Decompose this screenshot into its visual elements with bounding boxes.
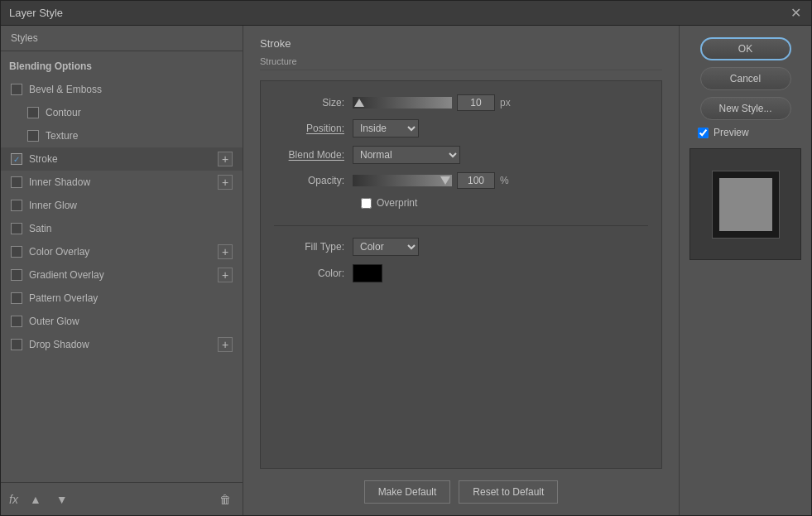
- satin-label: Satin: [29, 223, 233, 234]
- sidebar-item-inner-glow[interactable]: Inner Glow: [1, 194, 243, 217]
- sidebar-item-pattern-overlay[interactable]: Pattern Overlay: [1, 287, 243, 310]
- size-input[interactable]: [457, 94, 495, 111]
- blend-mode-label: Blend Mode:: [274, 149, 353, 161]
- title-bar: Layer Style ✕: [1, 1, 811, 26]
- opacity-slider-container: %: [353, 172, 509, 189]
- opacity-input[interactable]: [457, 172, 495, 189]
- position-label: Position:: [274, 123, 353, 134]
- blend-mode-row: Blend Mode: Normal Multiply Screen Overl…: [274, 146, 648, 164]
- preview-box: [713, 171, 779, 238]
- opacity-slider-thumb[interactable]: [440, 176, 450, 185]
- fill-type-row: Fill Type: Color Gradient Pattern: [274, 238, 648, 256]
- blend-mode-select[interactable]: Normal Multiply Screen Overlay: [353, 146, 460, 164]
- opacity-slider-track[interactable]: [353, 175, 452, 186]
- position-select[interactable]: Inside Outside Center: [353, 119, 419, 137]
- size-slider-track[interactable]: [353, 97, 452, 109]
- dialog-title: Layer Style: [9, 7, 63, 19]
- delete-button[interactable]: 🗑: [216, 491, 234, 508]
- bottom-buttons: Make Default Reset to Default: [260, 480, 662, 504]
- preview-label: Preview: [714, 127, 749, 138]
- size-slider-container: px: [353, 94, 511, 111]
- satin-checkbox[interactable]: [11, 223, 22, 234]
- overprint-row: Overprint: [361, 197, 648, 209]
- inner-shadow-add-button[interactable]: +: [218, 175, 233, 190]
- sidebar-item-drop-shadow[interactable]: Drop Shadow +: [1, 333, 243, 356]
- sidebar-item-color-overlay[interactable]: Color Overlay +: [1, 240, 243, 263]
- size-row: Size: px: [274, 94, 648, 111]
- color-overlay-label: Color Overlay: [29, 246, 218, 258]
- sidebar-list: Blending Options Bevel & Emboss Contour …: [1, 51, 243, 482]
- overprint-label: Overprint: [377, 197, 417, 209]
- opacity-label: Opacity:: [274, 175, 353, 186]
- opacity-unit: %: [500, 175, 509, 186]
- move-up-button[interactable]: ▲: [26, 491, 45, 508]
- sidebar-item-stroke[interactable]: Stroke +: [1, 147, 243, 171]
- inner-shadow-label: Inner Shadow: [29, 176, 218, 188]
- inner-shadow-checkbox[interactable]: [11, 176, 22, 188]
- position-row: Position: Inside Outside Center: [274, 119, 648, 137]
- color-row: Color:: [274, 264, 648, 282]
- content-area: Size: px Position: Inside Outside: [260, 80, 662, 469]
- gradient-overlay-checkbox[interactable]: [11, 269, 22, 281]
- cancel-button[interactable]: Cancel: [700, 67, 791, 90]
- stroke-label: Stroke: [29, 153, 218, 165]
- make-default-button[interactable]: Make Default: [364, 480, 451, 504]
- sidebar-item-texture[interactable]: Texture: [1, 124, 243, 147]
- pattern-overlay-checkbox[interactable]: [11, 292, 22, 304]
- sidebar-item-blending-options[interactable]: Blending Options: [1, 55, 243, 78]
- drop-shadow-add-button[interactable]: +: [218, 337, 233, 352]
- opacity-row: Opacity: %: [274, 172, 648, 189]
- texture-label: Texture: [46, 130, 233, 142]
- structure-label: Structure: [260, 56, 662, 70]
- new-style-button[interactable]: New Style...: [700, 97, 791, 120]
- stroke-add-button[interactable]: +: [218, 152, 233, 166]
- size-unit: px: [500, 97, 511, 109]
- gradient-overlay-label: Gradient Overlay: [29, 269, 218, 281]
- inner-glow-checkbox[interactable]: [11, 200, 22, 211]
- sidebar-bottom: fx ▲ ▼ 🗑: [1, 482, 243, 515]
- overprint-checkbox[interactable]: [361, 198, 372, 209]
- bevel-emboss-checkbox[interactable]: [11, 84, 22, 95]
- sidebar-item-contour[interactable]: Contour: [1, 101, 243, 124]
- sidebar-item-satin[interactable]: Satin: [1, 217, 243, 240]
- preview-label-row: Preview: [698, 127, 749, 138]
- ok-button[interactable]: OK: [700, 37, 791, 60]
- sidebar-item-inner-shadow[interactable]: Inner Shadow +: [1, 171, 243, 194]
- color-label: Color:: [274, 268, 353, 279]
- outer-glow-checkbox[interactable]: [11, 316, 22, 327]
- pattern-overlay-label: Pattern Overlay: [29, 292, 233, 304]
- gradient-overlay-add-button[interactable]: +: [218, 268, 233, 282]
- reset-to-default-button[interactable]: Reset to Default: [459, 480, 558, 504]
- styles-header: Styles: [1, 26, 243, 51]
- stroke-checkbox[interactable]: [11, 153, 22, 165]
- outer-glow-label: Outer Glow: [29, 316, 233, 327]
- sidebar-item-gradient-overlay[interactable]: Gradient Overlay +: [1, 263, 243, 287]
- inner-glow-label: Inner Glow: [29, 200, 233, 211]
- contour-checkbox[interactable]: [27, 107, 39, 118]
- size-label: Size:: [274, 97, 353, 109]
- bevel-emboss-label: Bevel & Emboss: [29, 84, 233, 95]
- fill-type-select[interactable]: Color Gradient Pattern: [353, 238, 419, 256]
- color-overlay-add-button[interactable]: +: [218, 244, 233, 259]
- preview-checkbox[interactable]: [698, 128, 709, 138]
- right-panel: OK Cancel New Style... Preview: [679, 26, 811, 515]
- drop-shadow-checkbox[interactable]: [11, 339, 22, 350]
- color-overlay-checkbox[interactable]: [11, 246, 22, 258]
- sidebar-item-outer-glow[interactable]: Outer Glow: [1, 310, 243, 333]
- fx-label: fx: [9, 493, 18, 506]
- sidebar-item-bevel-emboss[interactable]: Bevel & Emboss: [1, 78, 243, 101]
- panel-title: Stroke: [260, 37, 662, 50]
- texture-checkbox[interactable]: [27, 130, 39, 142]
- preview-area: [689, 148, 801, 260]
- blending-options-label: Blending Options: [9, 60, 233, 72]
- contour-label: Contour: [46, 107, 233, 118]
- move-down-button[interactable]: ▼: [53, 491, 71, 508]
- size-slider-thumb[interactable]: [354, 99, 364, 107]
- color-swatch[interactable]: [353, 264, 382, 282]
- layer-style-dialog: Layer Style ✕ Styles Blending Options Be…: [0, 0, 812, 516]
- dialog-body: Styles Blending Options Bevel & Emboss C…: [1, 26, 811, 515]
- left-panel: Styles Blending Options Bevel & Emboss C…: [1, 26, 243, 515]
- close-button[interactable]: ✕: [788, 6, 803, 21]
- main-panel: Stroke Structure Size: px Positi: [243, 26, 679, 515]
- fill-type-label: Fill Type:: [274, 241, 353, 253]
